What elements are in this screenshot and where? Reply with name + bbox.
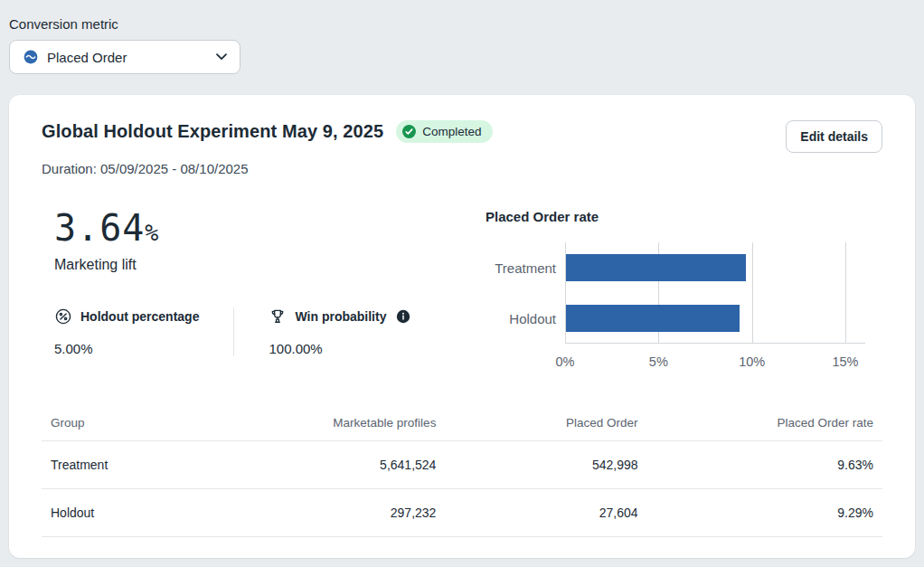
chart-x-axis-ticks: 0%5%10%15% (565, 344, 865, 374)
trophy-icon (269, 307, 287, 326)
page-title: Global Holdout Experiment May 9, 2025 (42, 121, 383, 142)
chart-title: Placed Order rate (486, 209, 882, 224)
conversion-metric-selected: Placed Order (47, 50, 216, 65)
title-wrap: Global Holdout Experiment May 9, 2025 Co… (42, 120, 786, 143)
bar-holdout (566, 305, 740, 332)
placed-order-metric-icon (23, 49, 39, 65)
holdout-percentage-label: Holdout percentage (80, 309, 199, 324)
table-cell: 542,998 (445, 441, 646, 489)
holdout-percentage-icon (54, 307, 72, 326)
chart-y-axis-labels: TreatmentHoldout (486, 242, 565, 344)
main-row: 3.64% Marketing lift Holdout percentage … (42, 207, 882, 374)
table-row: Treatment5,641,524542,9989.63% (42, 441, 882, 489)
table-row: Holdout297,23227,6049.29% (42, 489, 882, 537)
results-table: GroupMarketable profilesPlaced OrderPlac… (42, 411, 882, 537)
info-icon[interactable] (396, 309, 410, 324)
x-tick-label: 15% (832, 354, 858, 369)
conversion-metric-section: Conversion metric Placed Order (0, 0, 924, 74)
gridline (752, 242, 753, 343)
lift-summary: 3.64% Marketing lift Holdout percentage … (42, 207, 453, 374)
gridline (845, 242, 846, 343)
x-tick-label: 10% (739, 354, 765, 369)
table-header-row: GroupMarketable profilesPlaced OrderPlac… (42, 411, 882, 441)
win-probability-label: Win probability (295, 309, 386, 324)
y-axis-label-holdout: Holdout (486, 293, 565, 344)
table-cell: 5,641,524 (227, 441, 446, 489)
x-tick-label: 5% (649, 354, 668, 369)
holdout-percentage-stat: Holdout percentage 5.00% (54, 307, 199, 356)
status-badge: Completed (396, 120, 492, 143)
win-probability-stat: Win probability 100.00% (233, 307, 410, 356)
table-cell: Treatment (42, 441, 227, 489)
table-cell: 27,604 (445, 489, 646, 537)
duration-text: Duration: 05/09/2025 - 08/10/2025 (42, 161, 882, 176)
win-probability-value: 100.00% (269, 341, 410, 356)
chart-body: TreatmentHoldout (486, 242, 882, 344)
marketing-lift-label: Marketing lift (54, 257, 453, 273)
check-circle-icon (401, 124, 417, 139)
experiment-card: Global Holdout Experiment May 9, 2025 Co… (9, 95, 915, 558)
conversion-metric-label: Conversion metric (9, 16, 924, 32)
table-cell: 9.29% (647, 489, 882, 537)
bar-treatment (566, 254, 746, 281)
status-badge-label: Completed (422, 125, 481, 138)
x-tick-label: 0% (556, 354, 575, 369)
placed-order-rate-chart: Placed Order rate TreatmentHoldout 0%5%1… (486, 207, 882, 374)
table-cell: 9.63% (647, 441, 882, 489)
table-header-cell: Placed Order rate (647, 411, 882, 441)
table-cell: 297,232 (227, 489, 446, 537)
table-cell: Holdout (42, 489, 227, 537)
table-header-cell: Placed Order (445, 411, 646, 441)
chart-plot-area (565, 242, 865, 344)
edit-details-button[interactable]: Edit details (786, 120, 882, 153)
y-axis-label-treatment: Treatment (486, 242, 565, 293)
table-body: Treatment5,641,524542,9989.63%Holdout297… (42, 441, 882, 537)
chevron-down-icon (216, 53, 227, 61)
holdout-percentage-value: 5.00% (54, 341, 199, 356)
table-header-cell: Group (42, 411, 227, 441)
table-header-cell: Marketable profiles (227, 411, 446, 441)
conversion-metric-dropdown[interactable]: Placed Order (9, 40, 240, 74)
card-header: Global Holdout Experiment May 9, 2025 Co… (42, 120, 882, 153)
marketing-lift-value: 3.64% (54, 207, 453, 249)
stats-row: Holdout percentage 5.00% Win probability (54, 307, 453, 356)
